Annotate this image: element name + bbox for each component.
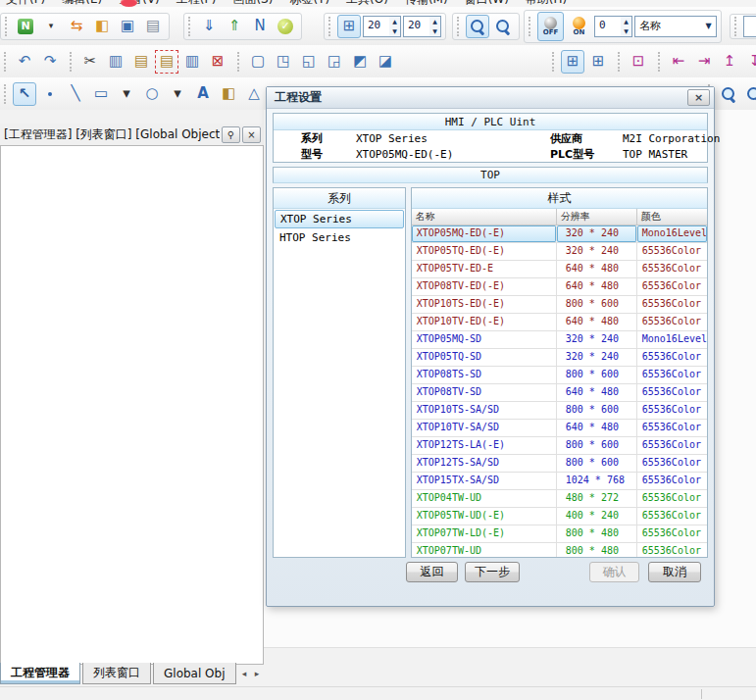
print-icon[interactable]: ▤: [141, 15, 165, 38]
simulate-check-icon[interactable]: [491, 15, 515, 38]
model-row[interactable]: XTOP05TQ-ED(-E)320 * 24065536Color: [412, 243, 707, 261]
global-check-icon[interactable]: ✓: [274, 15, 297, 38]
rect-tool-icon[interactable]: ▭: [89, 82, 113, 106]
new-project-icon[interactable]: N: [14, 15, 37, 38]
upload-screen-icon[interactable]: ⇑: [223, 15, 246, 38]
panel-tab-3[interactable]: Global Obj: [153, 663, 236, 684]
new-project-dropdown-icon[interactable]: ▾: [39, 15, 63, 38]
dialog-titlebar[interactable]: 工程设置 ×: [267, 87, 714, 109]
copy-icon[interactable]: ▥: [104, 50, 127, 74]
line-tool-icon[interactable]: ╲: [64, 82, 87, 106]
model-row[interactable]: XTOP10TS-ED(-E)800 * 60065536Color: [412, 296, 707, 314]
zoom-in-icon[interactable]: [717, 82, 740, 106]
align-left-icon[interactable]: ⇤: [667, 50, 690, 74]
delete-icon[interactable]: ⊠: [206, 50, 229, 74]
redo-icon[interactable]: ↷: [38, 50, 62, 74]
grid-height-spinner[interactable]: 20▲▼: [403, 16, 441, 37]
grid-snap-icon[interactable]: ⊞: [586, 50, 610, 74]
model-row[interactable]: XTOP05TQ-SD320 * 24065536Color: [412, 349, 707, 367]
undo-icon[interactable]: ↶: [13, 50, 36, 74]
ungroup-icon: ◲: [328, 54, 341, 69]
polygon-tool-icon[interactable]: △: [242, 82, 266, 106]
model-row[interactable]: XTOP05TW-UD(-E)400 * 24065536Color: [412, 508, 707, 525]
cancel-button[interactable]: 取消: [648, 562, 701, 582]
paste-special-icon[interactable]: ▤: [155, 50, 178, 74]
grid-show-icon[interactable]: ⊞: [561, 50, 584, 74]
tabs-scroll-right-icon[interactable]: ▸: [251, 663, 264, 684]
screen-select-dropdown[interactable]: ▼: [743, 16, 756, 37]
ungroup-icon[interactable]: ◲: [323, 50, 346, 74]
save-icon[interactable]: ▣: [116, 15, 139, 38]
model-row[interactable]: XTOP10TS-SA/SD800 * 60065536Color: [412, 402, 707, 420]
bring-front-icon[interactable]: ◩: [348, 50, 372, 74]
ellipse-tool-icon[interactable]: ○: [140, 82, 164, 106]
model-row[interactable]: XTOP04TW-UD480 * 27265536Color: [412, 490, 707, 508]
tabs-scroll-left-icon[interactable]: ◂: [238, 663, 251, 684]
point-tool-icon[interactable]: [38, 82, 62, 106]
spinner-down-icon[interactable]: ▼: [432, 28, 437, 34]
zoom-out-icon[interactable]: [742, 82, 756, 106]
grid-toggle-icon[interactable]: ⊞: [337, 15, 361, 38]
download-to-device-icon[interactable]: ⇓: [197, 15, 221, 38]
model-row[interactable]: XTOP07TW-UD800 * 48065536Color: [412, 543, 707, 557]
column-color[interactable]: 颜色: [637, 209, 707, 225]
fill-tool-icon[interactable]: ◧: [217, 82, 240, 106]
series-item[interactable]: HTOP Series: [275, 228, 404, 247]
model-row[interactable]: XTOP08TV-SD640 * 48065536Color: [412, 384, 707, 402]
text-tool-icon: A: [197, 86, 209, 101]
n-object-icon[interactable]: N: [248, 15, 272, 38]
spinner-up-icon[interactable]: ▲: [392, 19, 397, 25]
select-area-icon[interactable]: ▢: [246, 50, 270, 74]
align-right-icon[interactable]: ⇥: [692, 50, 716, 74]
back-button[interactable]: 返回: [406, 562, 458, 582]
panel-close-icon[interactable]: ×: [242, 126, 261, 143]
model-row[interactable]: XTOP08TS-SD800 * 60065536Color: [412, 367, 707, 384]
next-button[interactable]: 下一步: [465, 562, 520, 582]
open-project-icon[interactable]: ⇆: [65, 15, 88, 38]
lamp-off-button[interactable]: OFF: [537, 12, 564, 41]
confirm-button[interactable]: 确认: [589, 562, 639, 582]
open-folder-icon[interactable]: ◧: [90, 15, 114, 38]
cell-resolution: 400 * 240: [557, 508, 637, 525]
column-name[interactable]: 名称: [412, 209, 557, 225]
align-top-icon[interactable]: ↥: [718, 50, 741, 74]
label-mode-dropdown[interactable]: 名称▼: [634, 16, 717, 37]
series-item[interactable]: XTOP Series: [275, 210, 404, 228]
send-back-icon[interactable]: ◪: [374, 50, 397, 74]
text-tool-icon[interactable]: A: [191, 82, 215, 106]
model-row[interactable]: XTOP10TV-SA/SD640 * 48065536Color: [412, 420, 707, 437]
ellipse-tool-dropdown-icon[interactable]: ▾: [166, 82, 189, 106]
duplicate-icon[interactable]: ▥: [180, 50, 204, 74]
model-row[interactable]: XTOP08TV-ED(-E)640 * 48065536Color: [412, 278, 707, 296]
spinner-up-icon[interactable]: ▲: [432, 19, 437, 25]
spinner-down-icon[interactable]: ▼: [624, 28, 629, 34]
align-bottom-icon[interactable]: ↧: [743, 50, 756, 74]
spinner-up-icon[interactable]: ▲: [624, 19, 629, 25]
spinner-down-icon[interactable]: ▼: [392, 28, 397, 34]
cut-icon[interactable]: ✂: [78, 50, 102, 74]
preview-zoom-icon[interactable]: [466, 15, 489, 38]
pin-icon[interactable]: ⚲: [222, 126, 240, 143]
rect-tool-dropdown-icon[interactable]: ▾: [115, 82, 138, 106]
model-row[interactable]: XTOP10TV-ED(-E)640 * 48065536Color: [412, 314, 707, 331]
center-object-icon[interactable]: ⊡: [627, 50, 650, 74]
cell-resolution: 800 * 480: [557, 525, 637, 542]
panel-tab-2[interactable]: 列表窗口: [82, 663, 151, 684]
lamp-on-button[interactable]: ON: [566, 12, 592, 41]
paste-icon[interactable]: ▤: [129, 50, 153, 74]
model-row[interactable]: XTOP07TW-LD(-E)800 * 48065536Color: [412, 525, 707, 543]
model-row[interactable]: XTOP15TX-SA/SD1024 * 76865536Color: [412, 473, 707, 490]
select-cursor-icon[interactable]: ↖: [13, 82, 36, 106]
model-row[interactable]: XTOP05MQ-ED(-E)320 * 240Mono16Level: [412, 225, 707, 243]
model-row[interactable]: XTOP05TV-ED-E640 * 48065536Color: [412, 261, 707, 278]
model-row[interactable]: XTOP12TS-SA/SD800 * 60065536Color: [412, 455, 707, 473]
panel-tab-1[interactable]: 工程管理器: [0, 663, 80, 684]
column-resolution[interactable]: 分辨率: [557, 209, 637, 225]
select-nodes-icon[interactable]: ◳: [272, 50, 295, 74]
grid-width-spinner[interactable]: 20▲▼: [363, 16, 401, 37]
model-row[interactable]: XTOP12TS-LA(-E)800 * 60065536Color: [412, 437, 707, 455]
group-icon[interactable]: ◱: [297, 50, 321, 74]
model-row[interactable]: XTOP05MQ-SD320 * 240Mono16Level: [412, 331, 707, 349]
dialog-close-icon[interactable]: ×: [687, 89, 710, 106]
state-index-spinner[interactable]: 0▲▼: [594, 16, 632, 37]
